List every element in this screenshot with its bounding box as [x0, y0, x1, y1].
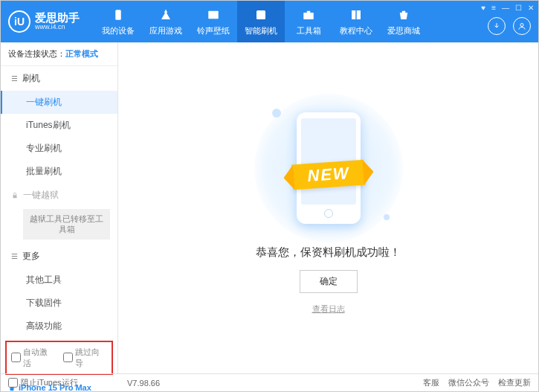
app-name: 爱思助手 — [35, 12, 80, 25]
svg-point-5 — [520, 24, 523, 27]
sidebar-item-download[interactable]: 下载固件 — [1, 292, 117, 315]
sidebar-item-batch[interactable]: 批量刷机 — [1, 160, 117, 183]
skip-guide-checkbox[interactable]: 跳过向导 — [63, 347, 108, 369]
nav-flash[interactable]: 智能刷机 — [237, 1, 285, 42]
minimize-icon[interactable]: — — [502, 4, 509, 12]
nav-tutorial[interactable]: 教程中心 — [332, 1, 380, 42]
header-actions — [488, 17, 531, 35]
nav-store[interactable]: 爱思商城 — [380, 1, 427, 42]
main-content: NEW 恭喜您，保资料刷机成功啦！ 确定 查看日志 — [118, 42, 538, 373]
svg-rect-3 — [303, 13, 314, 19]
footer-wechat[interactable]: 微信公众号 — [448, 377, 489, 388]
close-icon[interactable]: ✕ — [528, 4, 534, 12]
logo-icon: iU — [8, 10, 30, 33]
footer: 阻止iTunes运行 V7.98.66 客服 微信公众号 检查更新 — [1, 373, 538, 391]
svg-rect-1 — [208, 10, 219, 19]
ok-button[interactable]: 确定 — [300, 270, 358, 293]
auto-activate-checkbox[interactable]: 自动激活 — [11, 347, 56, 369]
maximize-icon[interactable]: ☐ — [515, 4, 522, 12]
connection-status: 设备连接状态：正常模式 — [1, 42, 117, 66]
window-controls: ♥ ≡ — ☐ ✕ — [481, 4, 534, 12]
block-itunes-checkbox[interactable]: 阻止iTunes运行 — [8, 377, 78, 388]
top-nav: 我的设备 应用游戏 铃声壁纸 智能刷机 工具箱 教程中心 爱思商城 — [94, 1, 427, 42]
user-button[interactable] — [513, 17, 531, 35]
skin-icon[interactable]: ♥ — [481, 4, 485, 12]
flash-icon — [254, 7, 268, 22]
caret-icon: ☰ — [11, 74, 18, 83]
sidebar-item-advanced[interactable]: 高级功能 — [1, 315, 117, 338]
version-label: V7.98.66 — [127, 379, 160, 388]
store-icon — [396, 7, 411, 22]
svg-rect-2 — [256, 10, 265, 19]
sidebar: 设备连接状态：正常模式 ☰ 刷机 一键刷机 iTunes刷机 专业刷机 批量刷机… — [1, 42, 118, 373]
image-icon — [206, 7, 221, 22]
section-jailbreak: 一键越狱 — [1, 183, 117, 208]
footer-support[interactable]: 客服 — [423, 377, 439, 388]
jailbreak-note: 越狱工具已转移至工具箱 — [23, 209, 110, 240]
device-icon — [111, 7, 126, 22]
app-header: iU 爱思助手 www.i4.cn 我的设备 应用游戏 铃声壁纸 智能刷机 工具… — [1, 1, 538, 42]
success-message: 恭喜您，保资料刷机成功啦！ — [256, 245, 401, 260]
book-icon — [349, 7, 364, 22]
toolbox-icon — [301, 7, 316, 22]
svg-rect-0 — [115, 10, 121, 20]
lock-icon — [11, 192, 19, 199]
sidebar-item-itunes[interactable]: iTunes刷机 — [1, 114, 117, 137]
apps-icon — [158, 7, 173, 22]
nav-my-device[interactable]: 我的设备 — [94, 1, 142, 42]
view-log-link[interactable]: 查看日志 — [312, 303, 345, 315]
new-ribbon: NEW — [291, 160, 365, 190]
footer-update[interactable]: 检查更新 — [498, 377, 531, 388]
sidebar-item-other[interactable]: 其他工具 — [1, 269, 117, 292]
nav-ringtone[interactable]: 铃声壁纸 — [190, 1, 237, 42]
download-button[interactable] — [488, 17, 506, 35]
sidebar-item-oneclick[interactable]: 一键刷机 — [1, 91, 117, 114]
success-illustration: NEW — [247, 101, 410, 235]
options-row: 自动激活 跳过向导 — [5, 341, 113, 375]
app-url: www.i4.cn — [35, 24, 80, 31]
logo: iU 爱思助手 www.i4.cn — [8, 10, 80, 33]
sidebar-item-pro[interactable]: 专业刷机 — [1, 137, 117, 160]
nav-toolbox[interactable]: 工具箱 — [285, 1, 332, 42]
nav-apps[interactable]: 应用游戏 — [142, 1, 190, 42]
section-flash[interactable]: ☰ 刷机 — [1, 66, 117, 91]
menu-icon[interactable]: ≡ — [491, 4, 496, 12]
svg-rect-4 — [307, 10, 311, 12]
caret-icon: ☰ — [11, 252, 18, 260]
svg-rect-6 — [13, 195, 17, 198]
section-more[interactable]: ☰ 更多 — [1, 244, 117, 269]
